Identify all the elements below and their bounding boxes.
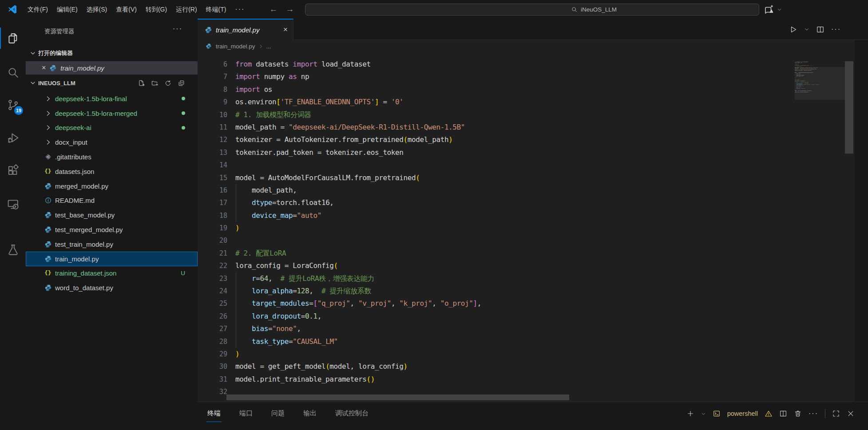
panel-tab-输出[interactable]: 输出 — [302, 406, 317, 422]
split-editor-icon[interactable] — [816, 25, 824, 34]
code-line-12[interactable]: 12tokenizer = AutoTokenizer.from_pretrai… — [198, 134, 855, 146]
testing-icon[interactable] — [0, 238, 26, 261]
breadcrumb[interactable]: train_model.py ... — [198, 40, 868, 52]
new-folder-icon[interactable] — [151, 79, 159, 87]
code-line-15[interactable]: 15model = AutoModelForCausalLM.from_pret… — [198, 172, 855, 184]
tree-item-test_train_model.py[interactable]: test_train_model.py — [26, 237, 198, 252]
horizontal-scrollbar[interactable] — [226, 394, 569, 400]
line-number[interactable]: 17 — [198, 197, 227, 209]
code-editor[interactable]: 6from datasets import load_dataset7impor… — [198, 52, 855, 402]
line-number[interactable]: 18 — [198, 209, 227, 222]
close-icon[interactable]: × — [283, 25, 288, 34]
refresh-icon[interactable] — [164, 79, 172, 87]
line-number[interactable]: 28 — [198, 335, 227, 348]
line-number[interactable]: 10 — [198, 109, 227, 121]
explorer-icon[interactable] — [0, 27, 26, 50]
line-number[interactable]: 21 — [198, 247, 227, 260]
line-number[interactable]: 11 — [198, 121, 227, 134]
menu-item-转到[interactable]: 转到(G) — [141, 0, 171, 19]
code-line-19[interactable]: 19) — [198, 222, 855, 234]
line-number[interactable]: 20 — [198, 234, 227, 247]
line-number[interactable]: 7 — [198, 71, 227, 83]
line-number[interactable]: 31 — [198, 373, 227, 386]
chevron-down-icon[interactable] — [804, 27, 809, 32]
breadcrumb-file[interactable]: train_model.py — [216, 43, 255, 50]
remote-explorer-icon[interactable] — [0, 193, 26, 216]
source-control-icon[interactable]: 19 — [0, 93, 26, 116]
code-line-31[interactable]: 31model.print_trainable_parameters() — [198, 373, 855, 386]
panel-tab-终端[interactable]: 终端 — [206, 406, 222, 422]
line-number[interactable]: 29 — [198, 348, 227, 360]
open-editors-section[interactable]: 打开的编辑器 — [26, 47, 198, 59]
more-actions-icon[interactable]: ··· — [831, 25, 841, 33]
close-icon[interactable]: × — [42, 64, 46, 71]
tree-item-train_model.py[interactable]: train_model.py — [26, 252, 198, 266]
line-number[interactable]: 23 — [198, 272, 227, 285]
collapse-all-icon[interactable] — [178, 79, 185, 87]
line-number[interactable]: 12 — [198, 134, 227, 146]
tree-item-deepseek-ai[interactable]: deepseek-ai — [26, 121, 198, 135]
tree-item-test_merged_model.py[interactable]: test_merged_model.py — [26, 222, 198, 237]
kill-terminal-icon[interactable] — [794, 410, 802, 418]
split-panel-icon[interactable] — [779, 410, 787, 418]
code-line-10[interactable]: 10# 1. 加载模型和分词器 — [198, 109, 855, 121]
line-number[interactable]: 26 — [198, 310, 227, 323]
tree-item-training_dataset.json[interactable]: {}training_dataset.jsonU — [26, 266, 198, 281]
line-number[interactable]: 30 — [198, 360, 227, 373]
close-panel-icon[interactable] — [847, 410, 855, 418]
code-line-8[interactable]: 8import os — [198, 83, 855, 96]
panel-tab-问题[interactable]: 问题 — [270, 406, 285, 422]
tree-item-word_to_dataset.py[interactable]: word_to_dataset.py — [26, 280, 198, 295]
line-number[interactable]: 32 — [198, 386, 227, 398]
menu-item-运行[interactable]: 运行(R) — [171, 0, 201, 19]
line-number[interactable]: 16 — [198, 184, 227, 197]
code-line-21[interactable]: 21# 2. 配置LoRA — [198, 247, 855, 260]
menu-more-icon[interactable]: ··· — [230, 5, 249, 13]
new-file-icon[interactable] — [138, 79, 145, 87]
code-line-30[interactable]: 30model = get_peft_model(model, lora_con… — [198, 360, 855, 373]
menu-item-选择[interactable]: 选择(S) — [82, 0, 112, 19]
code-line-23[interactable]: 23 r=64, # 提升LoRA秩，增强表达能力 — [198, 272, 855, 285]
tree-item-docx_input[interactable]: docx_input — [26, 135, 198, 150]
line-number[interactable]: 25 — [198, 297, 227, 310]
menu-item-编辑[interactable]: 编辑(E) — [52, 0, 82, 19]
tree-item-deepseek-1.5b-lora-final[interactable]: deepseek-1.5b-lora-final — [26, 91, 198, 106]
tree-item-README.md[interactable]: README.md — [26, 193, 198, 208]
run-debug-icon[interactable] — [0, 126, 26, 149]
panel-tab-端口[interactable]: 端口 — [238, 406, 254, 422]
tree-item-test_base_model.py[interactable]: test_base_model.py — [26, 208, 198, 222]
line-number[interactable]: 8 — [198, 83, 227, 96]
line-number[interactable]: 22 — [198, 260, 227, 272]
code-line-7[interactable]: 7import numpy as np — [198, 71, 855, 83]
workspace-section[interactable]: INEUOS_LLM — [26, 77, 198, 89]
code-line-20[interactable]: 20 — [198, 234, 855, 247]
code-line-16[interactable]: 16 model_path, — [198, 184, 855, 197]
line-number[interactable]: 6 — [198, 58, 227, 71]
menu-item-终端[interactable]: 终端(T) — [202, 0, 231, 19]
tree-item-merged_model.py[interactable]: merged_model.py — [26, 179, 198, 193]
tree-item-datasets.json[interactable]: {}datasets.json — [26, 164, 198, 179]
new-terminal-icon[interactable] — [686, 410, 694, 418]
code-line-6[interactable]: 6from datasets import load_dataset — [198, 58, 855, 71]
copilot-button[interactable] — [764, 4, 782, 15]
line-number[interactable]: 27 — [198, 323, 227, 335]
code-line-18[interactable]: 18 device_map="auto" — [198, 209, 855, 222]
code-line-22[interactable]: 22lora_config = LoraConfig( — [198, 260, 855, 272]
panel-tab-调试控制台[interactable]: 调试控制台 — [334, 406, 369, 422]
tree-item-.gitattributes[interactable]: .gitattributes — [26, 150, 198, 164]
back-icon[interactable]: ← — [265, 4, 281, 14]
tab-train-model[interactable]: train_model.py × — [198, 19, 293, 40]
code-line-26[interactable]: 26 lora_dropout=0.1, — [198, 310, 855, 323]
code-line-28[interactable]: 28 task_type="CAUSAL_LM" — [198, 335, 855, 348]
line-number[interactable]: 19 — [198, 222, 227, 234]
more-actions-icon[interactable]: ··· — [809, 410, 818, 418]
line-number[interactable]: 9 — [198, 96, 227, 108]
line-number[interactable]: 15 — [198, 172, 227, 184]
maximize-panel-icon[interactable] — [832, 410, 840, 418]
warning-icon[interactable] — [765, 410, 773, 418]
shell-name[interactable]: powershell — [727, 410, 758, 417]
menu-item-文件[interactable]: 文件(F) — [23, 0, 52, 19]
breadcrumb-more[interactable]: ... — [266, 43, 271, 50]
sidebar-more-icon[interactable]: ··· — [173, 25, 182, 33]
code-line-27[interactable]: 27 bias="none", — [198, 323, 855, 335]
